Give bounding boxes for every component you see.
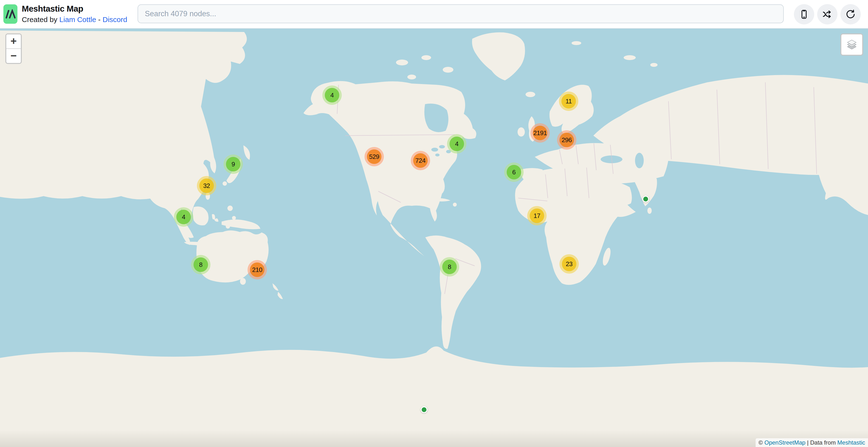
cluster-count: 32 (199, 179, 214, 193)
page-title: Meshtastic Map (22, 4, 83, 13)
cluster-marker-indonesia[interactable]: 4 (174, 207, 193, 227)
cluster-count: 17 (530, 209, 544, 223)
subtitle: Created by Liam Cottle - Discord (22, 15, 127, 24)
search-input[interactable] (137, 4, 784, 23)
mobile-app-button[interactable] (794, 4, 814, 25)
zoom-in-button[interactable]: + (6, 34, 21, 49)
author-link[interactable]: Liam Cottle (59, 15, 96, 24)
meshtastic-logo-icon (5, 9, 16, 19)
cluster-count: 9 (226, 157, 241, 171)
cluster-marker-japan[interactable]: 9 (223, 155, 243, 174)
cluster-count: 210 (250, 262, 265, 277)
cluster-count: 6 (507, 165, 521, 180)
cluster-marker-southeast-australia[interactable]: 210 (248, 260, 267, 280)
node-marker-antarctica[interactable] (421, 406, 428, 413)
node-marker-india[interactable] (642, 196, 649, 202)
meshtastic-logo (3, 4, 18, 24)
cluster-marker-south-africa[interactable]: 23 (559, 254, 579, 274)
cluster-count: 724 (413, 153, 428, 168)
cluster-marker-taiwan[interactable]: 32 (197, 176, 216, 195)
cluster-marker-northeast-america[interactable]: 4 (447, 134, 466, 154)
refresh-icon (845, 9, 856, 20)
map-canvas[interactable]: 4112191296452972493264178210823 + − © Op… (0, 29, 868, 447)
header: Meshtastic Map Created by Liam Cottle - … (0, 0, 868, 29)
cluster-marker-central-europe[interactable]: 296 (557, 130, 577, 150)
cluster-marker-alaska[interactable]: 4 (322, 86, 342, 105)
osm-link[interactable]: OpenStreetMap (764, 439, 805, 446)
cluster-count: 8 (193, 257, 208, 272)
subtitle-prefix: Created by (22, 15, 59, 24)
cluster-marker-western-australia[interactable]: 8 (191, 255, 211, 274)
cluster-marker-western-us[interactable]: 529 (365, 147, 384, 166)
cluster-marker-west-africa[interactable]: 17 (527, 206, 547, 225)
discord-link[interactable]: Discord (103, 15, 127, 24)
layers-icon (845, 38, 858, 51)
shuffle-icon (822, 9, 833, 20)
cluster-marker-eastern-us[interactable]: 724 (411, 151, 430, 170)
zoom-control: + − (5, 33, 22, 64)
cluster-count: 23 (562, 257, 577, 271)
cluster-count: 296 (559, 133, 574, 147)
cluster-count: 11 (561, 94, 576, 108)
smartphone-icon (799, 9, 809, 20)
shuffle-node-button[interactable] (817, 4, 837, 25)
cluster-marker-canary-islands[interactable]: 6 (504, 162, 524, 182)
cluster-count: 529 (367, 150, 381, 164)
meshtastic-link[interactable]: Meshtastic (837, 439, 865, 446)
marker-layer: 4112191296452972493264178210823 (0, 29, 868, 447)
cluster-count: 8 (442, 260, 457, 274)
cluster-count: 4 (176, 210, 191, 224)
cluster-marker-argentina[interactable]: 8 (440, 257, 459, 277)
layers-control[interactable] (840, 33, 863, 56)
zoom-out-button[interactable]: − (6, 49, 21, 63)
cluster-count: 4 (325, 88, 339, 102)
cluster-count: 4 (450, 136, 464, 151)
cluster-marker-western-europe[interactable]: 2191 (530, 123, 550, 142)
attribution-separator: | Data from (806, 439, 837, 446)
refresh-button[interactable] (840, 4, 861, 25)
cluster-count: 2191 (533, 126, 547, 140)
copyright-text: © (758, 439, 764, 446)
cluster-marker-finland[interactable]: 11 (559, 92, 578, 111)
attribution: © OpenStreetMap | Data from Meshtastic (755, 438, 868, 447)
subtitle-separator: - (96, 15, 103, 24)
